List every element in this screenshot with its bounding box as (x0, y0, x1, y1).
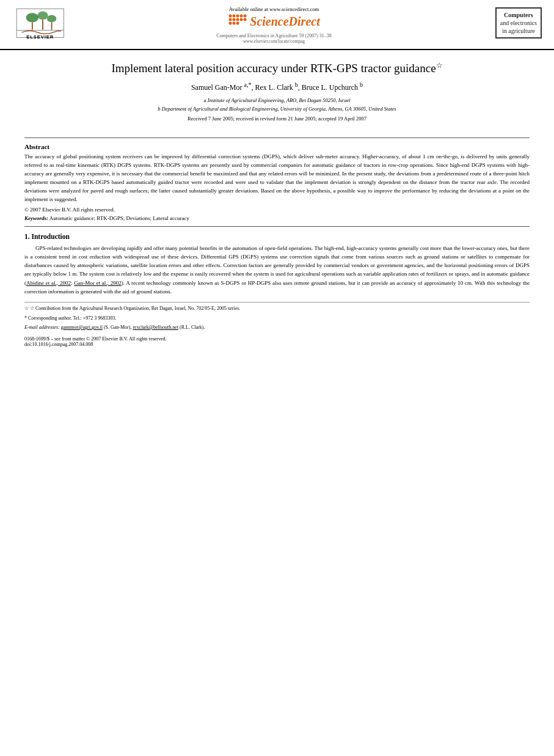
sciencedirect-logo: ScienceDirect (228, 13, 319, 29)
footer-email-line: E-mail addresses: gannmor@agri.gov.il (S… (24, 324, 530, 331)
email2-name: (R.L. Clark). (180, 325, 205, 330)
introduction-section: 1. Introduction GPS-related technologies… (24, 233, 530, 296)
journal-box-line1: Computers (500, 11, 537, 19)
journal-box-line3: in agriculture (500, 27, 537, 35)
svg-point-18 (233, 22, 236, 25)
footer-footnote-asterisk: * Corresponding author. Tel.: +972 3 968… (24, 315, 530, 322)
keywords-label: Keywords: (24, 215, 48, 221)
corresponding-star: * (248, 81, 251, 88)
email1[interactable]: gannmor@agri.gov.il (61, 325, 103, 330)
journal-citation: Computers and Electronics in Agriculture… (216, 33, 332, 39)
title-divider (24, 138, 530, 138)
svg-point-15 (236, 18, 239, 21)
footer-bottom: 0168-1699/$ – see front matter © 2007 El… (24, 336, 530, 347)
email1-name: (S. Gan-Mor), (104, 325, 132, 330)
title-star: ☆ (436, 61, 443, 70)
header: ELSEVIER Available online at www.science… (0, 0, 554, 50)
abstract-section: Abstract The accuracy of global position… (24, 143, 530, 221)
svg-point-13 (229, 18, 232, 21)
author-sup-b1: b (295, 81, 298, 88)
abstract-heading: Abstract (24, 143, 530, 150)
footer: ☆ ☆ Contribution from the Agricultural R… (24, 302, 530, 347)
ref-ganmor[interactable]: Gan-Mor et al., 2002 (74, 280, 121, 286)
intro-heading: 1. Introduction (24, 233, 530, 240)
elsevier-url: www.elsevier.com/locate/compag (243, 39, 305, 44)
star-symbol: ☆ (24, 306, 30, 311)
email2[interactable]: rexclark@bellsouth.net (133, 325, 178, 330)
svg-point-1 (26, 13, 39, 22)
svg-point-3 (47, 15, 56, 23)
journal-box: Computers and electronics in agriculture (495, 7, 542, 39)
ref-abidine[interactable]: Abidine et al., 2002 (26, 280, 71, 286)
email-label: E-mail addresses: (24, 325, 60, 330)
sd-dots-icon (228, 13, 250, 29)
authors-line: Samuel Gan-Mor a,*, Rex L. Clark b, Bruc… (61, 80, 493, 93)
svg-point-12 (240, 15, 243, 18)
elsevier-logo: ELSEVIER (12, 6, 73, 43)
svg-point-21 (244, 18, 247, 21)
svg-text:ELSEVIER: ELSEVIER (26, 34, 54, 40)
main-content: Implement lateral position accuracy unde… (0, 50, 554, 296)
journal-box-line2: and electronics (500, 19, 537, 27)
received-info: Received 7 June 2005; received in revise… (61, 116, 493, 122)
affiliation-a: a Institute of Agricultural Engineering,… (61, 97, 493, 105)
author-sup-b2: b (360, 81, 363, 88)
affiliations: a Institute of Agricultural Engineering,… (61, 97, 493, 113)
abstract-text: The accuracy of global positioning syste… (24, 153, 530, 204)
keywords-text: Automatic guidance; RTK-DGPS; Deviations… (49, 215, 189, 221)
title-section: Implement lateral position accuracy unde… (24, 50, 530, 133)
svg-point-10 (233, 15, 236, 18)
svg-point-9 (229, 15, 232, 18)
article-title: Implement lateral position accuracy unde… (61, 61, 493, 76)
svg-point-20 (244, 15, 247, 18)
elsevier-logo-section: ELSEVIER (12, 6, 86, 44)
doi-line: doi:10.1016/j.compag.2007.04.008 (24, 342, 530, 347)
available-online-text: Available online at www.sciencedirect.co… (229, 6, 319, 12)
affiliation-b: b Department of Agricultural and Biologi… (61, 105, 493, 114)
issn-line: 0168-1699/$ – see front matter © 2007 El… (24, 336, 530, 342)
footer-footnote-star: ☆ ☆ Contribution from the Agricultural R… (24, 305, 530, 312)
svg-point-16 (240, 18, 243, 21)
header-center: Available online at www.sciencedirect.co… (86, 6, 462, 44)
header-right: Computers and electronics in agriculture (462, 6, 542, 39)
svg-point-14 (233, 18, 236, 21)
copyright-text: © 2007 Elsevier B.V. All rights reserved… (24, 207, 530, 213)
svg-point-2 (37, 12, 48, 20)
svg-point-17 (229, 22, 232, 25)
intro-paragraph: GPS-related technologies are developing … (24, 244, 530, 296)
svg-point-11 (236, 15, 239, 18)
abstract-divider (24, 226, 530, 227)
svg-point-19 (236, 22, 239, 25)
keywords-line: Keywords: Automatic guidance; RTK-DGPS; … (24, 215, 530, 221)
sciencedirect-text: ScienceDirect (250, 15, 319, 29)
page: ELSEVIER Available online at www.science… (0, 0, 554, 756)
